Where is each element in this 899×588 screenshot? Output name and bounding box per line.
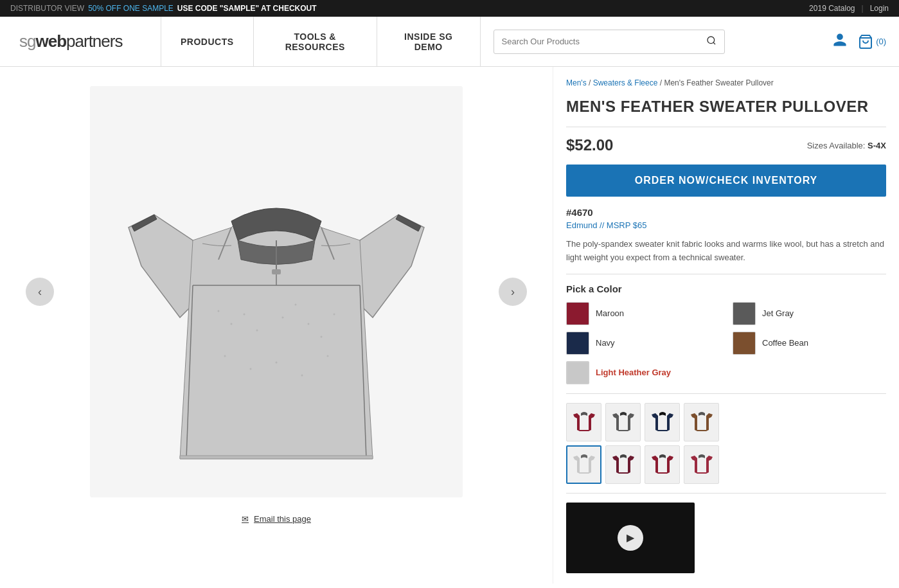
color-option-navy[interactable]: Navy xyxy=(566,332,720,355)
svg-point-20 xyxy=(301,375,303,377)
video-container[interactable]: ▶ xyxy=(566,503,695,573)
color-label-maroon: Maroon xyxy=(596,308,624,318)
search-box[interactable] xyxy=(494,30,725,54)
cart-icon[interactable]: (0) xyxy=(858,34,886,49)
thumbnail-maroon[interactable] xyxy=(566,403,601,441)
nav-tools-resources[interactable]: TOOLS & RESOURCES xyxy=(253,17,377,66)
divider-4 xyxy=(566,493,886,494)
image-container: ‹ xyxy=(13,80,540,504)
nav-inside-sg[interactable]: INSIDE SG DEMO xyxy=(377,17,481,66)
top-right-links: 2019 Catalog | Login xyxy=(809,4,889,13)
color-swatch-navy xyxy=(566,332,589,355)
divider-3 xyxy=(566,393,886,394)
breadcrumb: Men's / Sweaters & Fleece / Men's Feathe… xyxy=(566,77,886,89)
color-label-coffee-bean: Coffee Bean xyxy=(762,338,808,348)
thumbnail-light-heather-gray[interactable] xyxy=(566,445,601,484)
thumbnail-jet-gray[interactable] xyxy=(605,403,641,441)
announcement-left: DISTRIBUTOR VIEW 50% OFF ONE SAMPLE USE … xyxy=(10,4,317,13)
thumbnail-row-1 xyxy=(566,403,886,441)
color-label-light-heather-gray: Light Heather Gray xyxy=(596,368,671,377)
catalog-link[interactable]: 2019 Catalog xyxy=(809,4,855,13)
user-icon[interactable] xyxy=(832,32,848,51)
nav-items: PRODUCTS TOOLS & RESOURCES INSIDE SG DEM… xyxy=(161,17,481,66)
svg-rect-23 xyxy=(607,404,639,440)
search-input[interactable] xyxy=(494,31,699,51)
thumbnail-variant-3[interactable] xyxy=(645,445,680,484)
svg-rect-29 xyxy=(686,447,718,483)
svg-point-14 xyxy=(308,323,310,325)
email-page-link[interactable]: ✉ Email this page xyxy=(242,514,311,524)
color-label-jet-gray: Jet Gray xyxy=(762,308,794,318)
svg-rect-22 xyxy=(568,404,600,440)
svg-point-9 xyxy=(231,323,233,325)
logo[interactable]: sgwebpartners xyxy=(19,31,122,51)
svg-point-15 xyxy=(321,336,323,338)
search-area xyxy=(481,30,826,54)
divider-1 xyxy=(566,127,886,127)
next-image-button[interactable]: › xyxy=(499,278,527,306)
svg-rect-6 xyxy=(272,269,281,274)
login-link[interactable]: Login xyxy=(870,4,889,13)
thumbnail-jet-gray-img xyxy=(607,404,639,440)
color-swatch-jet-gray xyxy=(733,302,756,325)
price-row: $52.00 Sizes Available: S-4X xyxy=(566,136,886,154)
svg-point-0 xyxy=(708,37,715,44)
color-swatch-maroon xyxy=(566,302,589,325)
announcement-bar: DISTRIBUTOR VIEW 50% OFF ONE SAMPLE USE … xyxy=(0,0,899,17)
svg-point-16 xyxy=(334,314,335,316)
nav-icons: (0) xyxy=(826,32,893,51)
thumbnail-v4-img xyxy=(686,447,718,483)
play-button[interactable]: ▶ xyxy=(618,525,643,551)
breadcrumb-current: Men's Feather Sweater Pullover xyxy=(664,78,773,87)
sweater-svg xyxy=(90,86,463,497)
svg-point-11 xyxy=(256,330,258,332)
product-info-area: Men's / Sweaters & Fleece / Men's Feathe… xyxy=(553,67,899,584)
order-button[interactable]: ORDER NOW/CHECK INVENTORY xyxy=(566,165,886,197)
breadcrumb-mens[interactable]: Men's xyxy=(566,78,587,87)
product-number: #4670 xyxy=(566,207,886,218)
svg-point-21 xyxy=(327,355,329,357)
svg-point-18 xyxy=(250,368,252,370)
nav-products[interactable]: PRODUCTS xyxy=(161,17,253,66)
main-nav: sgwebpartners PRODUCTS TOOLS & RESOURCES… xyxy=(0,17,899,67)
code-label: USE CODE "SAMPLE" AT CHECKOUT xyxy=(177,4,317,13)
cart-count: (0) xyxy=(876,37,886,46)
product-style-link[interactable]: Edmund // MSRP $65 xyxy=(566,220,886,230)
color-swatch-light-heather-gray xyxy=(566,361,589,384)
main-content: ‹ xyxy=(0,67,899,584)
color-option-light-heather-gray[interactable]: Light Heather Gray xyxy=(566,361,720,384)
svg-point-8 xyxy=(218,310,220,312)
svg-point-19 xyxy=(276,362,278,364)
thumbnail-lhg-img xyxy=(568,447,600,483)
logo-area[interactable]: sgwebpartners xyxy=(6,31,161,51)
color-grid: Maroon Jet Gray Navy Coffee Bean Light H… xyxy=(566,302,886,384)
svg-rect-24 xyxy=(646,404,679,440)
thumbnail-dm-img xyxy=(607,447,639,483)
svg-point-13 xyxy=(295,304,297,306)
color-option-maroon[interactable]: Maroon xyxy=(566,302,720,325)
off-label: 50% OFF ONE SAMPLE xyxy=(88,4,174,13)
email-page-label: Email this page xyxy=(254,514,311,524)
breadcrumb-sweaters[interactable]: Sweaters & Fleece xyxy=(593,78,658,87)
product-title: MEN'S FEATHER SWEATER PULLOVER xyxy=(566,96,886,116)
svg-rect-26 xyxy=(568,447,600,483)
color-section-title: Pick a Color xyxy=(566,283,886,294)
svg-rect-28 xyxy=(646,447,679,483)
thumbnail-navy-img xyxy=(646,404,679,440)
thumbnail-coffee-bean-img xyxy=(686,404,718,440)
product-image-area: ‹ xyxy=(0,67,553,584)
thumbnail-coffee-bean[interactable] xyxy=(684,403,719,441)
thumbnail-variant-4[interactable] xyxy=(684,445,719,484)
thumbnail-navy[interactable] xyxy=(645,403,680,441)
product-main-image xyxy=(90,86,463,497)
prev-image-button[interactable]: ‹ xyxy=(26,278,54,306)
thumbnail-maroon-img xyxy=(568,404,600,440)
thumbnail-dark-maroon[interactable] xyxy=(605,445,641,484)
color-option-jet-gray[interactable]: Jet Gray xyxy=(733,302,886,325)
search-button[interactable] xyxy=(699,30,724,53)
color-swatch-coffee-bean xyxy=(733,332,756,355)
search-icon xyxy=(706,35,717,46)
color-option-coffee-bean[interactable]: Coffee Bean xyxy=(733,332,886,355)
divider-2 xyxy=(566,274,886,274)
svg-rect-27 xyxy=(607,447,639,483)
